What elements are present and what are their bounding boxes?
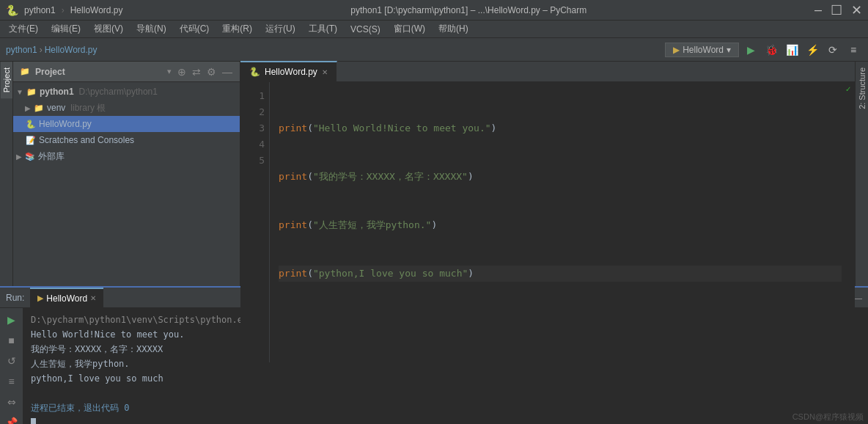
project-tree: ▼ 📁 python1 D:\pycharm\python1 ▶ 📁 venv … bbox=[13, 82, 240, 286]
menu-item-w[interactable]: 窗口(W) bbox=[388, 21, 431, 37]
editor-content: 1 2 3 4 5 print("Hello World!Nice to mee… bbox=[240, 82, 855, 362]
vcs-update-button[interactable]: ⟳ bbox=[824, 41, 842, 59]
close-button[interactable]: ✕ bbox=[851, 2, 862, 18]
root-name: python1 bbox=[40, 87, 74, 97]
code-line-3: print("人生苦短，我学python.") bbox=[279, 217, 842, 233]
breadcrumb-sep: › bbox=[40, 45, 43, 55]
titlebar-project: python1 bbox=[24, 5, 56, 15]
titlebar-file: HelloWord.py bbox=[70, 5, 123, 15]
tab-close-icon[interactable]: ✕ bbox=[322, 68, 328, 76]
scratches-icon: 📝 bbox=[25, 134, 37, 146]
arrow-right-icon: ▶ bbox=[25, 104, 31, 112]
external-lib-icon: 📚 bbox=[24, 150, 36, 162]
run-config-dropdown[interactable]: ▶ HelloWord ▾ bbox=[665, 43, 739, 57]
breadcrumb-file[interactable]: HelloWord.py bbox=[45, 45, 98, 55]
run-button[interactable]: ▶ bbox=[742, 41, 760, 59]
venv-name: venv bbox=[47, 103, 65, 113]
sidebar-tab-strip: Project bbox=[0, 62, 13, 286]
code-line-4: print("python,I love you so much") bbox=[279, 266, 842, 282]
run-wrap-button[interactable]: ⇔ bbox=[3, 393, 21, 411]
tab-label: HelloWord.py bbox=[265, 67, 317, 77]
breadcrumb: python1 › HelloWord.py bbox=[6, 45, 98, 55]
profile-button[interactable]: ⚡ bbox=[803, 41, 821, 59]
run-pin-button[interactable]: 📌 bbox=[3, 414, 21, 424]
line-num-1: 1 bbox=[240, 88, 265, 104]
coverage-button[interactable]: 📊 bbox=[783, 41, 801, 59]
right-gutter: ✓ bbox=[842, 82, 855, 362]
helloword-name: HelloWord.py bbox=[39, 119, 92, 129]
tab-structure[interactable]: 2: Structure bbox=[856, 62, 868, 115]
editor-area: 🐍 HelloWord.py ✕ 1 2 3 4 5 print("Hello … bbox=[240, 62, 855, 286]
debug-button[interactable]: 🐞 bbox=[762, 41, 780, 59]
code-editor[interactable]: print("Hello World!Nice to meet you.") p… bbox=[270, 82, 842, 362]
menu-item-v[interactable]: 视图(V) bbox=[88, 21, 129, 37]
line-num-5: 5 bbox=[240, 153, 265, 169]
line-num-4: 4 bbox=[240, 136, 265, 153]
titlebar-left: 🐍 python1 › HelloWord.py bbox=[6, 4, 123, 16]
collapse-button[interactable]: — bbox=[221, 65, 234, 79]
arrow-down-icon: ▼ bbox=[16, 88, 23, 96]
breadcrumb-project[interactable]: python1 bbox=[6, 45, 37, 55]
tree-item-scratches[interactable]: 📝 Scratches and Consoles bbox=[13, 132, 240, 148]
root-folder-icon: 📁 bbox=[26, 86, 37, 98]
project-header-arrow[interactable]: ▾ bbox=[167, 67, 172, 76]
bottom-tab-close-icon[interactable]: ✕ bbox=[90, 294, 96, 302]
tab-file-icon: 🐍 bbox=[249, 67, 260, 77]
run-config-icon: ▶ bbox=[673, 45, 680, 55]
menu-item-c[interactable]: 代码(C) bbox=[174, 21, 216, 37]
run-label: Run: bbox=[6, 293, 24, 303]
bottom-tab-icon: ▶ bbox=[37, 293, 43, 303]
menu-item-r[interactable]: 重构(R) bbox=[216, 21, 258, 37]
menu-item-vcss[interactable]: VCS(S) bbox=[345, 23, 386, 36]
more-button[interactable]: ≡ bbox=[845, 41, 862, 59]
gutter-ok-icon: ✓ bbox=[845, 85, 851, 93]
root-path: D:\pycharm\python1 bbox=[79, 87, 158, 97]
run-sortaz-button[interactable]: ≡ bbox=[3, 373, 21, 390]
menu-item-u[interactable]: 运行(U) bbox=[260, 21, 301, 37]
tree-item-helloword[interactable]: 🐍 HelloWord.py bbox=[13, 116, 240, 132]
output-line-process: 进程已结束，退出代码 0 bbox=[31, 401, 861, 415]
arrow-right-ext-icon: ▶ bbox=[16, 153, 22, 161]
output-line-4: python,I love you so much bbox=[31, 371, 861, 386]
line-num-2: 2 bbox=[240, 104, 265, 120]
tree-item-external[interactable]: ▶ 📚 外部库 bbox=[13, 148, 240, 164]
run-play-button[interactable]: ▶ bbox=[3, 311, 21, 329]
menu-item-t[interactable]: 工具(T) bbox=[303, 21, 343, 37]
watermark: CSDN@程序猿视频 bbox=[792, 412, 864, 423]
tree-item-root[interactable]: ▼ 📁 python1 D:\pycharm\python1 bbox=[13, 84, 240, 100]
output-line-blank bbox=[31, 386, 861, 401]
project-header-title: Project bbox=[35, 67, 163, 77]
run-rerun-button[interactable]: ↺ bbox=[3, 352, 21, 370]
code-line-1: print("Hello World!Nice to meet you.") bbox=[279, 120, 842, 136]
project-folder-icon: 📁 bbox=[19, 66, 31, 78]
titlebar: 🐍 python1 › HelloWord.py python1 [D:\pyc… bbox=[0, 0, 868, 21]
toolbar: python1 › HelloWord.py ▶ HelloWord ▾ ▶ 🐞… bbox=[0, 38, 868, 62]
minimize-button[interactable]: – bbox=[814, 2, 822, 18]
menu-item-n[interactable]: 导航(N) bbox=[130, 21, 172, 37]
code-line-2: print("我的学号：XXXXX，名字：XXXXX") bbox=[279, 169, 842, 185]
menu-item-e[interactable]: 文件(E) bbox=[3, 21, 44, 37]
output-cursor-line bbox=[31, 415, 861, 424]
venv-folder-icon: 📁 bbox=[33, 102, 45, 114]
cursor-blink bbox=[31, 418, 36, 425]
titlebar-controls: – ☐ ✕ bbox=[814, 2, 862, 18]
locate-file-button[interactable]: ⊕ bbox=[176, 65, 188, 79]
project-panel: 📁 Project ▾ ⊕ ⇄ ⚙ — ▼ 📁 python1 D:\pycha… bbox=[13, 62, 240, 286]
run-config-label: HelloWord bbox=[683, 45, 724, 55]
sidebar-tab-project[interactable]: Project bbox=[1, 62, 12, 98]
maximize-button[interactable]: ☐ bbox=[831, 2, 842, 18]
py-file-icon: 🐍 bbox=[25, 118, 37, 130]
menu-item-h[interactable]: 帮助(H) bbox=[433, 21, 474, 37]
bottom-tab-helloword[interactable]: ▶ HelloWord ✕ bbox=[30, 288, 103, 308]
line-num-3: 3 bbox=[240, 120, 265, 136]
project-header-actions: ⊕ ⇄ ⚙ — bbox=[176, 65, 234, 79]
editor-tab-helloword[interactable]: 🐍 HelloWord.py ✕ bbox=[240, 61, 337, 81]
tree-item-venv[interactable]: ▶ 📁 venv library 根 bbox=[13, 100, 240, 116]
external-name: 外部库 bbox=[38, 150, 65, 163]
project-panel-header: 📁 Project ▾ ⊕ ⇄ ⚙ — bbox=[13, 62, 240, 82]
run-stop-button[interactable]: ■ bbox=[3, 332, 21, 349]
menu-item-e[interactable]: 编辑(E) bbox=[45, 21, 87, 37]
menubar: 文件(E)编辑(E)视图(V)导航(N)代码(C)重构(R)运行(U)工具(T)… bbox=[0, 21, 868, 38]
settings-button[interactable]: ⚙ bbox=[205, 65, 218, 79]
scroll-from-source-button[interactable]: ⇄ bbox=[191, 65, 202, 79]
